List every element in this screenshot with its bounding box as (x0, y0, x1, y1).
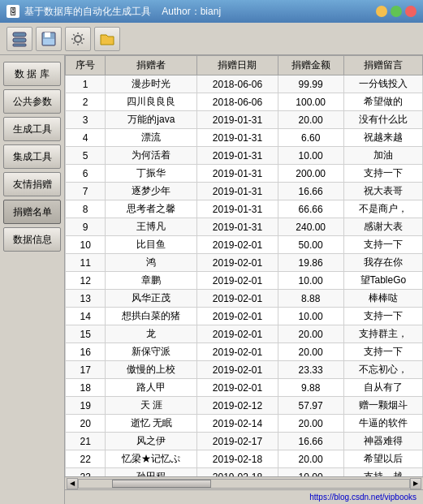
sidebar-item-donate[interactable]: 友情捐赠 (3, 172, 61, 196)
cell-18-4: 赠一颗烟斗 (343, 397, 422, 415)
cell-2-4: 没有什么比 (343, 111, 422, 129)
cell-4-2: 2019-01-31 (197, 147, 278, 165)
cell-3-1: 漂流 (106, 129, 197, 147)
cell-8-0: 9 (66, 218, 106, 236)
cell-6-1: 逐梦少年 (106, 183, 197, 200)
cell-8-3: 240.00 (278, 218, 343, 236)
cell-2-2: 2019-01-31 (197, 111, 278, 129)
cell-9-4: 支持一下 (343, 236, 422, 254)
col-header-name: 捐赠者 (106, 56, 197, 75)
cell-17-3: 9.88 (278, 379, 343, 397)
cell-21-1: 忆梁★记忆ぷ (106, 450, 197, 468)
sidebar-item-donate-list[interactable]: 捐赠名单 (3, 200, 61, 224)
cell-10-4: 我存在你 (343, 254, 422, 272)
cell-2-1: 万能的java (106, 111, 197, 129)
cell-0-2: 2018-06-06 (197, 75, 278, 93)
cell-9-1: 比目鱼 (106, 236, 197, 254)
cell-5-1: 丁振华 (106, 165, 197, 183)
window-controls (376, 6, 417, 17)
title-bar-text: 基于数据库的自动化生成工具 Author：bianj (24, 5, 371, 19)
title-bar: 🗄 基于数据库的自动化生成工具 Author：bianj (0, 0, 423, 23)
cell-10-3: 19.86 (278, 254, 343, 272)
cell-1-0: 2 (66, 93, 106, 111)
table-row: 22忆梁★记忆ぷ2019-02-1820.00希望以后 (66, 450, 423, 468)
cell-5-4: 支持一下 (343, 165, 422, 183)
cell-2-0: 3 (66, 111, 106, 129)
table-container[interactable]: 序号 捐赠者 捐赠日期 捐赠金额 捐赠留言 1漫步时光2018-06-0699.… (65, 55, 423, 476)
cell-7-0: 8 (66, 200, 106, 218)
cell-9-2: 2019-02-01 (197, 236, 278, 254)
toolbar-btn-1[interactable] (6, 27, 32, 51)
cell-17-0: 18 (66, 379, 106, 397)
scrollbar-thumb[interactable] (112, 480, 211, 488)
table-row: 3万能的java2019-01-3120.00没有什么比 (66, 111, 423, 129)
scroll-left-button[interactable]: ◀ (67, 478, 78, 489)
cell-22-1: 孙田程 (106, 468, 197, 477)
cell-4-1: 为何活着 (106, 147, 197, 165)
cell-13-3: 10.00 (278, 308, 343, 325)
donate-table: 序号 捐赠者 捐赠日期 捐赠金额 捐赠留言 1漫步时光2018-06-0699.… (65, 55, 423, 476)
cell-14-3: 20.00 (278, 325, 343, 343)
cell-17-2: 2019-02-01 (197, 379, 278, 397)
cell-11-0: 12 (66, 272, 106, 290)
cell-20-4: 神器难得 (343, 433, 422, 450)
cell-13-1: 想拱白菜的猪 (106, 308, 197, 325)
cell-12-2: 2019-02-01 (197, 290, 278, 308)
scroll-right-button[interactable]: ▶ (410, 478, 421, 489)
horizontal-scrollbar[interactable] (78, 479, 410, 489)
toolbar-btn-2[interactable] (36, 27, 62, 51)
settings-icon (70, 31, 86, 47)
app-author: Author：bianj (162, 6, 221, 17)
app-icon: 🗄 (6, 5, 19, 18)
table-row: 17傲慢的上校2019-02-0123.33不忘初心， (66, 361, 423, 379)
cell-11-4: 望TableGo (343, 272, 422, 290)
cell-6-0: 7 (66, 183, 106, 200)
cell-6-4: 祝大表哥 (343, 183, 422, 200)
col-header-id: 序号 (66, 56, 106, 75)
content-area: 序号 捐赠者 捐赠日期 捐赠金额 捐赠留言 1漫步时光2018-06-0699.… (65, 55, 423, 504)
cell-5-0: 6 (66, 165, 106, 183)
col-header-message: 捐赠留言 (343, 56, 422, 75)
minimize-button[interactable] (376, 6, 387, 17)
cell-5-3: 200.00 (278, 165, 343, 183)
save-icon (41, 31, 57, 47)
sidebar-item-public-params[interactable]: 公共参数 (3, 89, 61, 114)
toolbar-btn-4[interactable] (94, 27, 120, 51)
cell-11-1: 章鹏 (106, 272, 197, 290)
svg-rect-2 (13, 44, 26, 46)
sidebar-item-database[interactable]: 数 据 库 (3, 62, 61, 86)
cell-18-1: 天 涯 (106, 397, 197, 415)
cell-22-4: 支持，越 (343, 468, 422, 477)
cell-20-2: 2019-02-17 (197, 433, 278, 450)
cell-8-4: 感谢大表 (343, 218, 422, 236)
cell-16-4: 不忘初心， (343, 361, 422, 379)
cell-21-4: 希望以后 (343, 450, 422, 468)
close-button[interactable] (405, 6, 417, 17)
cell-4-0: 5 (66, 147, 106, 165)
main-layout: 数 据 库 公共参数 生成工具 集成工具 友情捐赠 捐赠名单 数据信息 序号 捐… (0, 55, 423, 504)
cell-10-2: 2019-02-01 (197, 254, 278, 272)
table-row: 2四川良良良2018-06-06100.00希望做的 (66, 93, 423, 111)
cell-8-2: 2019-01-31 (197, 218, 278, 236)
cell-0-3: 99.99 (278, 75, 343, 93)
sidebar-item-gen-tool[interactable]: 生成工具 (3, 117, 61, 141)
cell-15-1: 新保守派 (106, 343, 197, 361)
cell-3-4: 祝越来越 (343, 129, 422, 147)
sidebar-item-integrate-tool[interactable]: 集成工具 (3, 144, 61, 169)
table-row: 15龙2019-02-0120.00支持群主， (66, 325, 423, 343)
cell-16-1: 傲慢的上校 (106, 361, 197, 379)
cell-6-3: 16.66 (278, 183, 343, 200)
cell-1-3: 100.00 (278, 93, 343, 111)
table-row: 11鸿2019-02-0119.86我存在你 (66, 254, 423, 272)
table-row: 13风华正茂2019-02-018.88棒棒哒 (66, 290, 423, 308)
cell-3-0: 4 (66, 129, 106, 147)
toolbar-btn-3[interactable] (65, 27, 91, 51)
maximize-button[interactable] (391, 6, 402, 17)
sidebar-item-data-info[interactable]: 数据信息 (3, 227, 61, 252)
table-row: 8思考者之馨2019-01-3166.66不是商户， (66, 200, 423, 218)
svg-rect-0 (13, 32, 26, 37)
cell-20-1: 风之伊 (106, 433, 197, 450)
cell-13-0: 14 (66, 308, 106, 325)
cell-7-3: 66.66 (278, 200, 343, 218)
cell-1-2: 2018-06-06 (197, 93, 278, 111)
